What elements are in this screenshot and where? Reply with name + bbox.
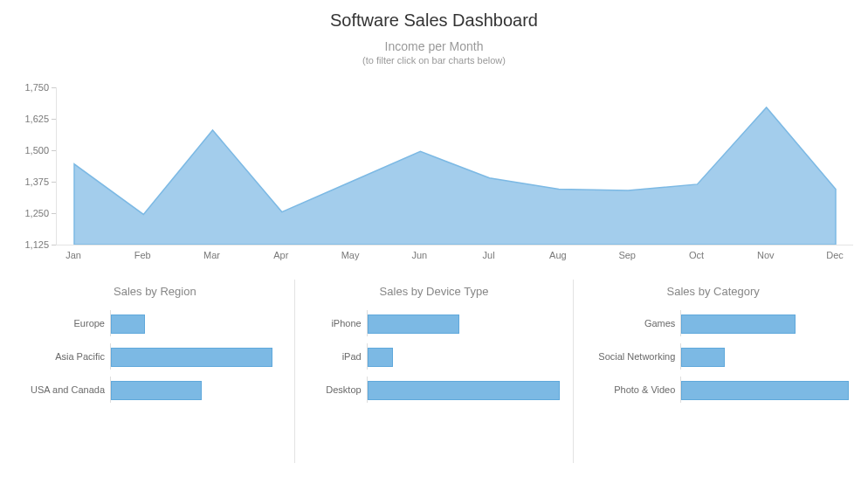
page-title: Software Sales Dashboard [0,0,868,31]
bar-fill[interactable] [111,315,145,334]
bar-track [110,377,289,403]
x-tick: Mar [199,250,225,260]
bar-row[interactable]: Photo & Video [579,377,847,403]
chart-subtitle: Income per Month (to filter click on bar… [0,39,868,66]
x-tick: Nov [753,250,779,260]
bar-row[interactable]: iPhone [300,310,568,336]
bar-fill[interactable] [681,381,849,400]
x-tick: May [337,250,363,260]
x-tick: Sep [614,250,640,260]
dashboard: Software Sales Dashboard Income per Mont… [0,0,868,477]
area-series [74,107,836,245]
x-tick: Aug [545,250,571,260]
bar-row[interactable]: USA and Canada [21,377,289,403]
bar-row[interactable]: iPad [300,343,568,370]
y-tick: 1,625 [16,114,49,124]
panel-title-region: Sales by Region [21,285,289,298]
bar-track [110,310,289,336]
panel-title-category: Sales by Category [579,285,847,298]
y-tick: 1,375 [16,176,49,187]
bar-label: Photo & Video [579,384,680,395]
bar-row[interactable]: Games [579,310,847,336]
x-tick: Oct [683,250,709,260]
bar-track [110,343,289,370]
x-tick: Dec [822,250,848,260]
bar-fill[interactable] [111,381,202,400]
y-tick: 1,500 [16,145,49,156]
bar-label: iPad [300,351,367,362]
bar-track [367,377,568,403]
y-tick: 1,125 [16,239,49,250]
bar-label: Desktop [300,384,367,395]
bar-row[interactable]: Social Networking [579,343,847,370]
x-tick: Jan [60,250,86,260]
bar-label: Social Networking [579,351,680,362]
bar-track [680,377,847,403]
subtitle-text: Income per Month [385,39,484,53]
bar-fill[interactable] [681,315,796,334]
bar-fill[interactable] [681,348,724,367]
bar-track [680,343,847,370]
x-tick: Jul [476,250,502,260]
bar-row[interactable]: Europe [21,310,289,336]
bar-label: Europe [21,318,110,328]
area-plot-box [56,87,853,245]
bar-label: USA and Canada [21,384,110,395]
sales-by-device-panel: Sales by Device Type iPhoneiPadDesktop [294,280,574,463]
bar-fill[interactable] [111,348,272,367]
bar-fill[interactable] [368,381,560,400]
area-svg [57,87,853,245]
bar-label: iPhone [300,318,367,328]
bar-label: Asia Pacific [21,351,110,362]
panel-title-device: Sales by Device Type [300,285,568,298]
x-tick: Jun [406,250,432,260]
x-tick: Feb [129,250,155,260]
bar-track [367,310,568,336]
x-tick: Apr [268,250,294,260]
bar-row[interactable]: Desktop [300,377,568,403]
y-tick: 1,250 [16,208,49,218]
bar-row[interactable]: Asia Pacific [21,343,289,370]
subtitle-hint: (to filter click on bar charts below) [0,55,868,66]
income-per-month-chart: 1,1251,2501,3751,5001,6251,750 JanFebMar… [16,87,852,259]
sales-by-region-panel: Sales by Region EuropeAsia PacificUSA an… [16,280,294,463]
sales-by-category-panel: Sales by Category GamesSocial Networking… [573,280,852,463]
bar-track [680,310,847,336]
bar-fill[interactable] [368,348,394,367]
bar-track [367,343,568,370]
y-tick: 1,750 [16,82,49,93]
bar-label: Games [579,318,680,328]
bar-fill[interactable] [368,315,459,334]
filter-panels: Sales by Region EuropeAsia PacificUSA an… [16,280,852,463]
